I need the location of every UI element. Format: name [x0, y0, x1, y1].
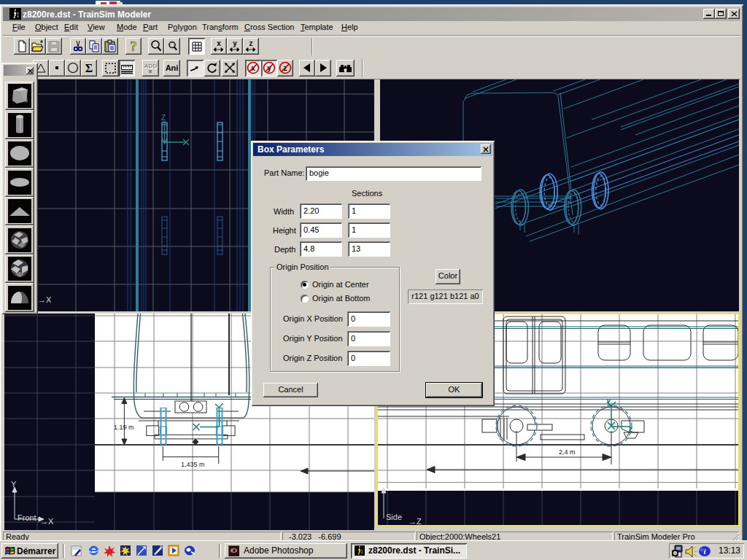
svg-text:1,435 m: 1,435 m: [181, 461, 205, 468]
svg-text:Σ: Σ: [85, 62, 93, 74]
svg-text:z: z: [249, 39, 253, 47]
svg-text:Y: Y: [11, 480, 17, 489]
svg-text:Y: Y: [606, 398, 611, 406]
svg-text:2,4 m: 2,4 m: [559, 448, 576, 456]
svg-text:1.19 m: 1.19 m: [114, 424, 134, 431]
svg-text:Z: Z: [161, 114, 166, 122]
svg-text:Front: Front: [18, 513, 36, 522]
svg-text:→X: →X: [38, 295, 52, 304]
svg-text:y: y: [233, 39, 237, 47]
svg-text:→X: →X: [40, 517, 54, 526]
svg-text:Side: Side: [386, 513, 402, 521]
svg-text:?: ?: [130, 39, 137, 54]
svg-text:ADD: ADD: [144, 63, 158, 69]
svg-text:Ani: Ani: [166, 63, 179, 72]
svg-text:x: x: [217, 39, 221, 47]
svg-text:z: z: [629, 425, 632, 433]
svg-text:→Z: →Z: [409, 517, 422, 525]
